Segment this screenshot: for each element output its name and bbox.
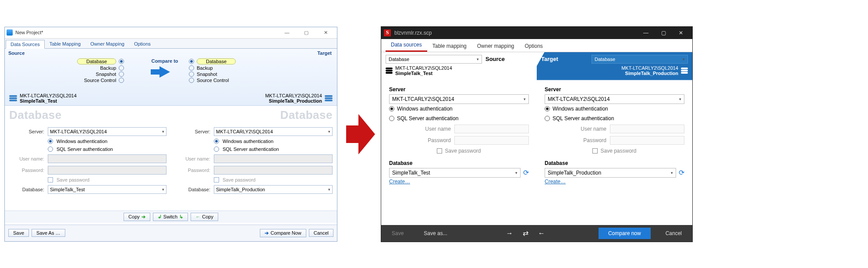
compare-now-button[interactable]: ➔Compare Now: [260, 229, 306, 237]
create-link[interactable]: Create…: [389, 179, 529, 185]
chevron-down-icon: ▾: [162, 129, 164, 134]
server-label: Server:: [175, 129, 210, 134]
maximize-button[interactable]: ▢: [297, 27, 316, 38]
auth-windows-label: Windows authentication: [553, 106, 608, 112]
auth-sql-radio[interactable]: [48, 147, 53, 152]
server-value: MKT-LTCARLY2\SQL2014: [216, 129, 273, 134]
tab-owner-mapping[interactable]: Owner Mapping: [85, 39, 129, 48]
big-database-label: Database: [9, 108, 167, 122]
create-link[interactable]: Create…: [545, 179, 684, 185]
close-button[interactable]: ✕: [316, 27, 335, 38]
server-label: Server: [389, 86, 529, 93]
tab-options[interactable]: Options: [519, 40, 548, 52]
radio-snapshot[interactable]: [119, 71, 124, 77]
old-titlebar: New Project* — ▢ ✕: [5, 27, 337, 39]
cancel-button[interactable]: Cancel: [660, 229, 687, 238]
chevron-down-icon: ▾: [328, 187, 330, 192]
copy-right-button[interactable]: Copy➔: [124, 213, 150, 221]
target-type-select[interactable]: Database▾: [592, 55, 688, 64]
bottom-bar: Save Save As … ➔Compare Now Cancel: [5, 225, 337, 241]
auth-windows-radio[interactable]: [48, 139, 53, 144]
auth-sql-radio[interactable]: [389, 116, 394, 121]
auth-sql-radio[interactable]: [214, 147, 219, 152]
save-button[interactable]: Save: [386, 229, 409, 238]
chevron-down-icon: ▾: [671, 171, 673, 175]
save-password-check[interactable]: [592, 148, 598, 154]
save-button[interactable]: Save: [8, 229, 29, 237]
save-as-button[interactable]: Save as...: [418, 229, 452, 238]
save-password-check[interactable]: [214, 177, 219, 182]
radio-backup-t[interactable]: [189, 65, 194, 71]
save-label: Save: [392, 230, 404, 236]
minimize-button[interactable]: —: [277, 27, 297, 38]
auth-sql-radio[interactable]: [545, 116, 550, 121]
radio-snapshot-t[interactable]: [189, 71, 194, 77]
tab-options[interactable]: Options: [129, 39, 156, 48]
radio-database-label: Database: [77, 58, 116, 64]
arrow-left-icon: ←: [195, 214, 200, 219]
source-type-radios: Database Backup Snapshot Source Control: [77, 58, 124, 83]
save-as-button[interactable]: Save As …: [32, 229, 65, 237]
minimize-button[interactable]: —: [637, 27, 655, 39]
copy-left-button[interactable]: ←: [538, 229, 545, 237]
close-button[interactable]: ✕: [672, 27, 690, 39]
radio-database[interactable]: [119, 59, 124, 64]
radio-source-control-t[interactable]: [189, 78, 194, 83]
app-icon: [7, 29, 13, 36]
password-input: [454, 136, 529, 145]
server-combobox[interactable]: MKT-LTCARLY2\SQL2014▾: [545, 94, 684, 104]
swap-button[interactable]: ⇄: [523, 229, 528, 237]
cancel-button[interactable]: Cancel: [309, 229, 333, 237]
database-combobox[interactable]: SimpleTalk_Test▾: [389, 168, 521, 178]
database-combobox[interactable]: SimpleTalk_Test▾: [48, 185, 167, 194]
new-body: Server MKT-LTCARLY2\SQL2014▾ Windows aut…: [381, 80, 692, 225]
server-combobox[interactable]: MKT-LTCARLY2\SQL2014▾: [389, 94, 529, 104]
chevron-down-icon: ▾: [683, 57, 685, 61]
source-server-text: MKT-LTCARLY2\SQL2014: [20, 93, 77, 98]
source-type-select[interactable]: Database▾: [386, 55, 482, 64]
chevron-down-icon: ▾: [679, 97, 681, 101]
radio-source-control-t-label: Source Control: [197, 78, 229, 83]
target-title: Target: [541, 56, 558, 62]
save-password-label: Save password: [223, 177, 255, 182]
radio-source-control[interactable]: [119, 78, 124, 83]
radio-database-t[interactable]: [189, 59, 194, 64]
source-title: Source: [485, 56, 505, 62]
copy-right-button[interactable]: →: [506, 229, 513, 237]
username-label: User name:: [175, 156, 210, 161]
tab-table-mapping[interactable]: Table Mapping: [45, 39, 86, 48]
maximize-button[interactable]: ▢: [655, 27, 672, 39]
auth-sql-label: SQL Server authentication: [223, 147, 279, 152]
radio-backup[interactable]: [119, 65, 124, 71]
auth-windows-radio[interactable]: [389, 106, 394, 111]
password-label: Password:: [175, 168, 210, 173]
save-password-label: Save password: [600, 148, 636, 154]
source-server-text: MKT-LTCARLY2\SQL2014: [395, 65, 452, 71]
new-titlebar: S blzvnmlr.rzx.scp — ▢ ✕: [381, 27, 692, 39]
copy-left-button[interactable]: ←Copy: [191, 213, 218, 221]
tab-data-sources[interactable]: Data Sources: [6, 40, 45, 49]
password-label: Password:: [9, 168, 44, 173]
server-combobox[interactable]: MKT-LTCARLY2\SQL2014▾: [214, 127, 333, 136]
database-combobox[interactable]: SimpleTalk_Production▾: [545, 168, 676, 178]
database-label: Database: [389, 160, 529, 166]
save-password-check[interactable]: [437, 148, 442, 154]
compare-to-block: Compare to: [145, 58, 184, 78]
save-password-check[interactable]: [48, 177, 53, 182]
database-combobox[interactable]: SimpleTalk_Production▾: [214, 185, 333, 194]
tab-data-sources[interactable]: Data sources: [386, 39, 427, 52]
auth-windows-radio[interactable]: [214, 139, 219, 144]
source-db-summary: MKT-LTCARLY2\SQL2014 SimpleTalk_Test: [9, 93, 77, 104]
compare-now-label: Compare Now: [270, 230, 301, 236]
compare-now-button[interactable]: Compare now: [599, 228, 651, 239]
tab-owner-mapping[interactable]: Owner mapping: [472, 40, 520, 52]
server-combobox[interactable]: MKT-LTCARLY2\SQL2014▾: [48, 127, 167, 136]
switch-button[interactable]: ↲Switch↳: [153, 213, 188, 221]
refresh-icon[interactable]: ⟳: [523, 168, 529, 177]
refresh-icon[interactable]: ⟳: [679, 168, 684, 177]
target-server-text: MKT-LTCARLY2\SQL2014: [265, 93, 322, 98]
database-icon: [325, 95, 333, 101]
tab-table-mapping[interactable]: Table mapping: [427, 40, 472, 52]
auth-windows-radio[interactable]: [545, 106, 550, 111]
new-dialog: S blzvnmlr.rzx.scp — ▢ ✕ Data sources Ta…: [381, 27, 692, 242]
